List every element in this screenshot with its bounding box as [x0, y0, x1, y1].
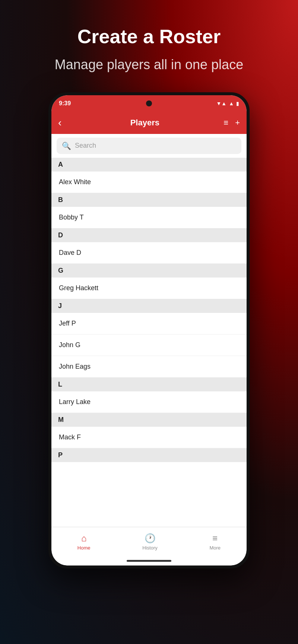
search-input[interactable]: Search: [75, 142, 96, 150]
camera-notch: [146, 100, 152, 106]
status-bar: 9:39 ▼▲ ▲ ▮: [51, 95, 247, 112]
hero-subtitle: Manage players all in one place: [55, 56, 243, 74]
navigation-bar: ‹ Players ≡ +: [51, 112, 247, 134]
phone-screen: 9:39 ▼▲ ▲ ▮ ‹ Players ≡ + 🔍 Search AAlex…: [51, 95, 247, 565]
bottom-nav-home[interactable]: ⌂Home: [70, 531, 98, 553]
more-label: More: [209, 545, 221, 551]
player-list: AAlex WhiteBBobby TDDave DGGreg HackettJ…: [51, 158, 247, 527]
search-bar[interactable]: 🔍 Search: [57, 138, 241, 154]
section-header-b: B: [51, 193, 247, 207]
home-icon: ⌂: [81, 533, 87, 544]
player-item[interactable]: Mack F: [51, 427, 247, 448]
player-item[interactable]: Alex White: [51, 172, 247, 193]
phone-mockup: 9:39 ▼▲ ▲ ▮ ‹ Players ≡ + 🔍 Search AAlex…: [48, 92, 250, 568]
status-time: 9:39: [59, 100, 71, 107]
section-header-l: L: [51, 378, 247, 391]
nav-actions: ≡ +: [224, 118, 240, 128]
section-header-d: D: [51, 228, 247, 242]
player-item[interactable]: Jeff P: [51, 313, 247, 334]
player-item[interactable]: Bobby T: [51, 207, 247, 228]
home-label: Home: [77, 545, 91, 551]
section-header-a: A: [51, 158, 247, 172]
search-icon: 🔍: [62, 141, 71, 150]
player-item[interactable]: John Eags: [51, 356, 247, 378]
bottom-navigation: ⌂Home🕐History≡More: [51, 527, 247, 557]
history-icon: 🕐: [145, 533, 156, 544]
player-item[interactable]: Dave D: [51, 242, 247, 264]
page-title: Players: [66, 118, 224, 128]
wifi-icon: ▼▲: [216, 100, 226, 106]
home-indicator: [51, 557, 247, 565]
section-header-j: J: [51, 299, 247, 313]
section-header-p: P: [51, 448, 247, 462]
bottom-nav-history[interactable]: 🕐History: [135, 531, 165, 553]
player-item[interactable]: Larry Lake: [51, 391, 247, 413]
section-header-m: M: [51, 413, 247, 427]
status-icons: ▼▲ ▲ ▮: [216, 100, 239, 106]
list-icon[interactable]: ≡: [224, 118, 228, 128]
add-player-button[interactable]: +: [235, 118, 240, 128]
history-label: History: [142, 545, 157, 551]
battery-icon: ▮: [236, 100, 239, 106]
signal-icon: ▲: [229, 100, 234, 106]
more-icon: ≡: [212, 533, 218, 544]
player-item[interactable]: Greg Hackett: [51, 278, 247, 299]
player-item[interactable]: John G: [51, 334, 247, 356]
section-header-g: G: [51, 264, 247, 278]
hero-title: Create a Roster: [77, 26, 221, 47]
bottom-nav-more[interactable]: ≡More: [202, 531, 228, 553]
home-indicator-bar: [127, 560, 171, 562]
back-button[interactable]: ‹: [58, 117, 61, 129]
